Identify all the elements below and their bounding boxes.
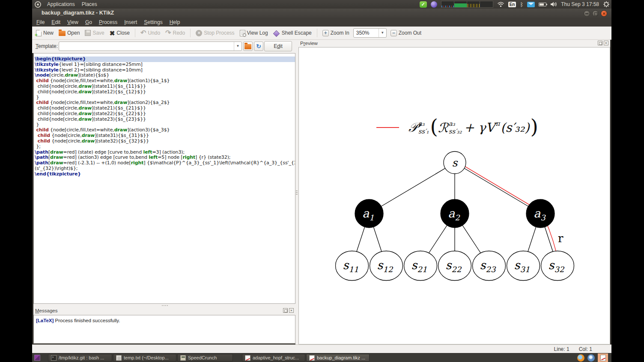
save-icon [85,30,91,36]
task-backup-diagram[interactable]: backup_diagram.tikz ... [306,354,370,362]
menu-edit[interactable]: Edit [51,18,60,26]
save-button[interactable]: Save [83,29,105,37]
messages-log[interactable]: [LaTeX] Process finished successfully. [33,315,295,344]
ktikz-document-icon [600,355,606,361]
task-adaptive-hopf[interactable]: adaptive_hopf_struc... [242,354,305,362]
shell-escape-icon [273,30,280,37]
ktikz-document-icon [245,355,250,361]
chevron-down-icon[interactable]: ▼ [234,42,242,50]
template-open-button[interactable] [243,42,253,51]
applications-menu[interactable]: Applications [46,0,76,9]
task-terminal[interactable]: /tmp/ktikz.git : bash ... [48,354,112,362]
template-combobox[interactable]: ▼ [59,42,242,51]
menu-settings[interactable]: Settings [144,18,162,26]
network-graph [441,1,454,7]
browser-icon[interactable] [587,354,595,362]
menubar: File Edit View Go Process Insert Setting… [32,18,611,27]
template-label: Template: [36,43,58,49]
ktikz-active-icon[interactable] [598,353,608,362]
load-graph [467,1,480,7]
toolbar: + New Open Save ✖ Close ↶ Undo ↷ Redo ✕ … [32,27,611,40]
menu-go[interactable]: Go [85,18,92,26]
float-panel-icon[interactable] [283,308,288,313]
workspace-switcher-icon[interactable] [34,355,40,361]
float-panel-icon[interactable] [598,41,602,45]
menu-process[interactable]: Process [99,18,117,26]
zoom-level-combobox[interactable]: 350% ▼ [353,28,387,38]
svg-text:s: s [452,157,458,169]
template-row: Template: ▼ ↻ Edit [32,40,295,53]
disk-graph [480,1,493,7]
terminal-icon [51,355,57,361]
task-speedcrunch[interactable]: SpeedCrunch [177,354,233,362]
desktop: Applications Places ✓ En ᛒ [32,0,611,362]
wifi-icon[interactable] [497,2,504,7]
horizontal-splitter[interactable] [33,304,295,307]
template-reload-button[interactable]: ↻ [254,42,263,51]
shell-escape-button[interactable]: Shell Escape [272,29,313,37]
zoom-in-icon: + [322,30,329,36]
chevron-down-icon[interactable]: ▼ [379,29,386,37]
keyboard-layout-indicator[interactable]: En [508,2,516,7]
open-button[interactable]: Open [57,29,81,37]
close-icon: ✖ [110,30,115,36]
places-menu[interactable]: Places [81,0,98,9]
system-monitor-applet[interactable] [441,1,493,8]
menu-insert[interactable]: Insert [124,18,137,26]
firefox-icon[interactable] [577,354,584,362]
undo-button[interactable]: ↶ Undo [139,29,161,37]
close-panel-icon[interactable] [289,308,294,313]
session-gear-icon[interactable] [603,1,610,8]
redo-button[interactable]: ↷ Redo [164,29,186,37]
message-prefix: [LaTeX] [36,318,54,323]
menu-view[interactable]: View [67,18,78,26]
updates-ok-tray-icon[interactable]: ✓ [420,1,427,8]
open-folder-icon [59,31,66,36]
minimize-button[interactable] [584,10,590,17]
code-editor[interactable]: \begin{tikzpicture}\tikzstyle{level 1}=[… [33,53,295,304]
code-line: child {node[circle,draw](state32){$s_{32… [35,139,295,144]
bluetooth-icon[interactable]: ᛒ [520,1,523,8]
volume-icon[interactable] [550,1,557,7]
template-edit-button[interactable]: Edit [264,41,292,51]
timer-tray-icon[interactable] [431,1,437,8]
cpu-graph [454,1,467,7]
distributor-logo-icon[interactable] [35,1,41,8]
vertical-splitter[interactable] [295,40,298,344]
view-log-button[interactable]: View Log [239,29,269,37]
taskbar: /tmp/ktikz.git : bash ... temp.txt (~/De… [32,353,611,362]
top-panel: Applications Places ✓ En ᛒ [32,0,611,9]
undo-icon: ↶ [140,30,146,36]
close-button[interactable] [601,10,607,17]
battery-icon[interactable] [539,3,546,6]
zoom-out-button[interactable]: − Zoom Out [389,29,423,37]
stop-process-button[interactable]: ✕ Stop Process [194,29,236,37]
calculator-icon [180,355,186,361]
label-s: s [452,157,458,169]
preview-panel-header: Preview [298,40,610,47]
code-line: child{node[circle,draw](state12){$s_{12}… [35,89,295,95]
mail-tray-icon[interactable] [527,2,535,7]
new-button[interactable]: + New [35,29,55,37]
view-log-icon [240,30,245,36]
maximize-button[interactable] [592,10,599,17]
window-title: backup_diagram.tikz - KTikZ [42,10,114,16]
menu-help[interactable]: Help [170,18,180,26]
preview-canvas: 𝒫 a₃ss′₁ ( ℛ a₃ss′₃₂ + γV π (s′₃₂) ) [298,47,610,344]
close-file-button[interactable]: ✖ Close [108,29,131,37]
refresh-icon: ↻ [256,43,261,49]
code-line: child{node[circle,draw](state23){$s_{23}… [35,117,295,122]
redo-icon: ↷ [165,30,171,36]
window-titlebar[interactable]: backup_diagram.tikz - KTikZ [32,9,611,18]
preview-title: Preview [300,41,318,46]
close-panel-icon[interactable] [604,41,608,45]
zoom-in-button[interactable]: + Zoom In [321,29,351,37]
menu-file[interactable]: File [36,18,45,26]
backup-diagram-tree: s a1 a2 a3 s11 s12 s21 s22 s23 s31 s32 r [299,47,611,345]
code-line: \end{tikzpicture} [35,172,295,177]
task-text-editor[interactable]: temp.txt (~/Desktop... [113,354,176,362]
statusbar: Line: 1 Col: 1 [32,344,611,353]
status-line: Line: 1 [554,346,569,352]
clock[interactable]: Thu Sep 3 17:58 [561,1,599,7]
text-editor-icon [116,355,122,361]
